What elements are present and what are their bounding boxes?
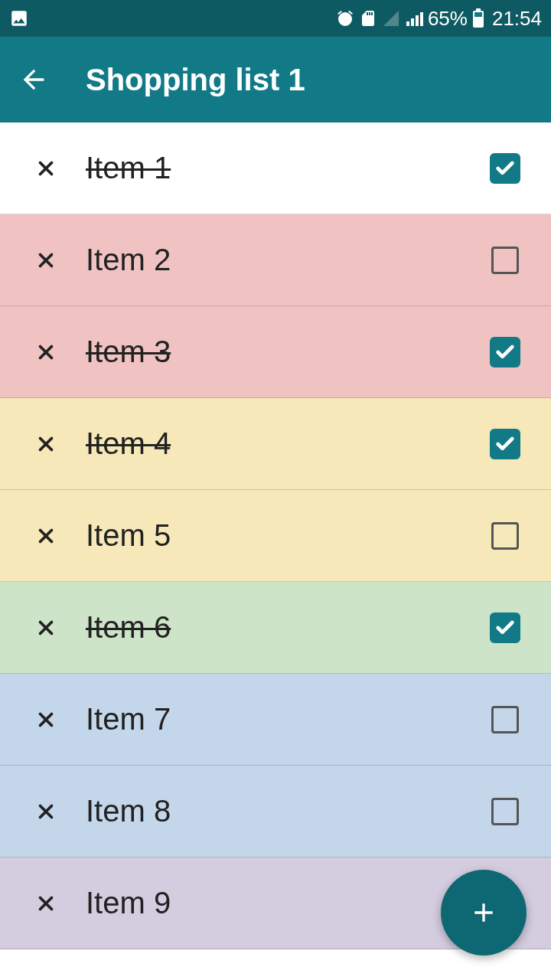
delete-item-button[interactable] bbox=[34, 340, 58, 364]
item-checkbox[interactable] bbox=[490, 429, 520, 459]
item-checkbox[interactable] bbox=[490, 704, 520, 735]
svg-rect-3 bbox=[420, 12, 423, 26]
battery-icon bbox=[472, 8, 484, 28]
item-label: Item 5 bbox=[86, 518, 490, 553]
delete-item-button[interactable] bbox=[34, 799, 58, 824]
close-icon bbox=[34, 249, 57, 272]
item-label: Item 3 bbox=[86, 335, 490, 369]
checkbox-empty-icon bbox=[491, 798, 519, 825]
item-checkbox[interactable] bbox=[490, 796, 520, 827]
battery-pct-label: 65% bbox=[428, 7, 468, 31]
checkmark-icon bbox=[490, 337, 520, 368]
svg-rect-4 bbox=[476, 8, 481, 11]
close-icon bbox=[34, 616, 57, 639]
arrow-left-icon bbox=[18, 64, 49, 95]
close-icon bbox=[34, 157, 57, 180]
delete-item-button[interactable] bbox=[34, 707, 58, 732]
item-checkbox[interactable] bbox=[490, 153, 520, 184]
page-title: Shopping list 1 bbox=[86, 63, 305, 97]
close-icon bbox=[34, 341, 57, 364]
shopping-list: Item 1Item 2Item 3Item 4Item 5Item 6Item… bbox=[0, 122, 551, 949]
back-button[interactable] bbox=[18, 64, 49, 95]
close-icon bbox=[34, 892, 57, 915]
item-label: Item 8 bbox=[86, 794, 490, 828]
list-item[interactable]: Item 8 bbox=[0, 766, 551, 858]
delete-item-button[interactable] bbox=[34, 616, 58, 640]
list-item[interactable]: Item 5 bbox=[0, 490, 551, 582]
item-checkbox[interactable] bbox=[490, 612, 520, 643]
list-item[interactable]: Item 6 bbox=[0, 582, 551, 674]
checkmark-icon bbox=[490, 429, 520, 459]
item-label: Item 6 bbox=[86, 610, 490, 645]
delete-item-button[interactable] bbox=[34, 248, 58, 273]
signal-empty-icon bbox=[382, 9, 400, 28]
close-icon bbox=[34, 708, 57, 731]
item-checkbox[interactable] bbox=[490, 337, 520, 368]
close-icon bbox=[34, 524, 57, 547]
clock-label: 21:54 bbox=[492, 7, 542, 31]
add-item-fab[interactable] bbox=[441, 870, 527, 956]
sd-card-icon bbox=[359, 9, 377, 28]
gallery-icon bbox=[9, 8, 29, 28]
delete-item-button[interactable] bbox=[34, 156, 58, 181]
close-icon bbox=[34, 800, 57, 823]
list-item[interactable]: Item 1 bbox=[0, 122, 551, 214]
list-item[interactable]: Item 7 bbox=[0, 674, 551, 766]
svg-rect-0 bbox=[406, 21, 409, 26]
list-item[interactable]: Item 3 bbox=[0, 306, 551, 398]
status-bar: 65% 21:54 bbox=[0, 0, 551, 37]
signal-icon bbox=[405, 9, 423, 28]
checkmark-icon bbox=[490, 153, 520, 184]
svg-rect-2 bbox=[416, 15, 419, 26]
delete-item-button[interactable] bbox=[34, 432, 58, 456]
checkmark-icon bbox=[490, 612, 520, 643]
item-label: Item 9 bbox=[86, 886, 490, 920]
item-checkbox[interactable] bbox=[490, 245, 520, 276]
checkbox-empty-icon bbox=[491, 522, 519, 550]
alarm-icon bbox=[336, 9, 354, 28]
list-item[interactable]: Item 2 bbox=[0, 214, 551, 306]
checkbox-empty-icon bbox=[491, 247, 519, 274]
delete-item-button[interactable] bbox=[34, 891, 58, 916]
list-item[interactable]: Item 4 bbox=[0, 398, 551, 490]
close-icon bbox=[34, 433, 57, 456]
item-label: Item 2 bbox=[86, 243, 490, 277]
plus-icon bbox=[468, 897, 499, 928]
item-label: Item 4 bbox=[86, 426, 490, 461]
item-label: Item 1 bbox=[86, 151, 490, 185]
item-checkbox[interactable] bbox=[490, 521, 520, 551]
app-bar: Shopping list 1 bbox=[0, 37, 551, 122]
checkbox-empty-icon bbox=[491, 706, 519, 733]
item-label: Item 7 bbox=[86, 702, 490, 737]
svg-rect-1 bbox=[411, 18, 414, 26]
svg-rect-6 bbox=[474, 12, 482, 17]
delete-item-button[interactable] bbox=[34, 524, 58, 548]
